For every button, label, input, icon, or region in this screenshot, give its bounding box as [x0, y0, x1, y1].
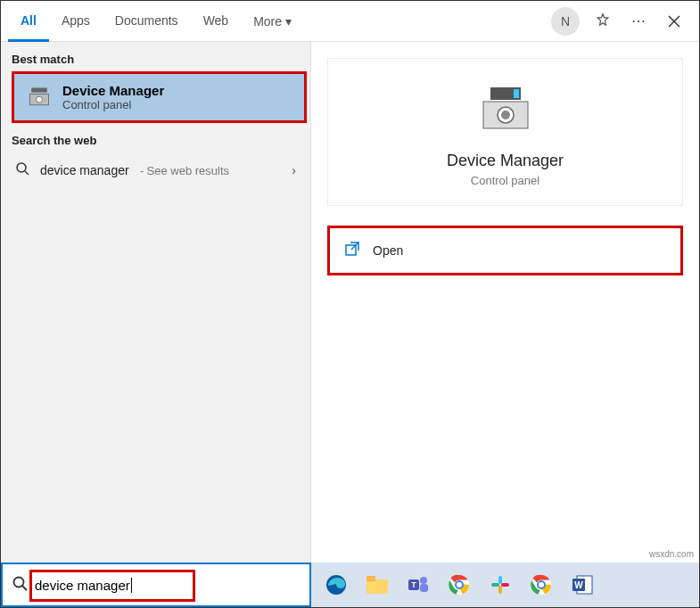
close-icon[interactable]: [656, 4, 692, 39]
tab-more-label: More: [253, 2, 282, 41]
best-match-subtitle: Control panel: [62, 98, 164, 111]
feedback-icon[interactable]: [585, 4, 621, 39]
svg-line-6: [25, 171, 29, 175]
web-result-term: device manager: [40, 163, 129, 177]
chevron-right-icon: ›: [292, 163, 296, 177]
svg-rect-2: [31, 88, 47, 93]
svg-point-13: [14, 578, 24, 587]
device-manager-icon: [27, 85, 52, 110]
web-result-row[interactable]: device manager - See web results ›: [1, 152, 310, 188]
svg-rect-26: [491, 583, 499, 587]
search-icon: [12, 575, 28, 595]
best-match-title: Device Manager: [62, 83, 164, 98]
watermark: wsxdn.com: [649, 549, 694, 559]
taskbar-slack-icon[interactable]: [482, 567, 518, 603]
user-avatar[interactable]: N: [551, 7, 580, 36]
svg-rect-16: [366, 579, 388, 594]
more-options-icon[interactable]: ⋯: [621, 4, 656, 39]
svg-rect-17: [366, 576, 375, 581]
preview-title: Device Manager: [339, 152, 671, 170]
open-label: Open: [373, 243, 403, 258]
taskbar: T W: [311, 563, 699, 607]
best-match-item[interactable]: Device Manager Control panel: [12, 71, 307, 123]
taskbar-word-icon[interactable]: W: [564, 567, 600, 603]
svg-text:W: W: [574, 580, 583, 590]
svg-line-14: [22, 586, 27, 590]
svg-rect-21: [420, 584, 428, 592]
results-panel: Best match Device Manager Control panel …: [1, 42, 311, 564]
chevron-down-icon: ▾: [285, 2, 292, 41]
svg-point-20: [420, 577, 427, 584]
tab-apps[interactable]: Apps: [49, 1, 103, 42]
search-query: device manager: [35, 578, 132, 593]
open-icon: [344, 241, 360, 260]
search-icon: [15, 161, 29, 179]
taskbar-chrome2-icon[interactable]: [523, 567, 559, 603]
svg-point-24: [457, 582, 462, 587]
search-web-label: Search the web: [1, 123, 310, 152]
svg-rect-28: [501, 583, 509, 587]
taskbar-chrome-icon[interactable]: [441, 567, 477, 603]
preview-subtitle: Control panel: [339, 174, 671, 187]
preview-panel: Device Manager Control panel Open: [311, 42, 699, 564]
search-bar[interactable]: device manager: [1, 563, 311, 607]
svg-point-5: [17, 163, 26, 172]
svg-point-31: [539, 582, 544, 587]
tab-more[interactable]: More ▾: [241, 1, 304, 42]
best-match-label: Best match: [1, 42, 310, 71]
taskbar-explorer-icon[interactable]: [359, 567, 395, 603]
device-manager-large-icon: [474, 84, 537, 137]
svg-point-4: [37, 96, 43, 103]
preview-card: Device Manager Control panel: [327, 58, 683, 206]
taskbar-teams-icon[interactable]: T: [400, 567, 436, 603]
svg-rect-27: [498, 586, 502, 594]
svg-text:T: T: [411, 580, 416, 589]
search-tabs: All Apps Documents Web More ▾ N ⋯: [1, 1, 699, 42]
tab-web[interactable]: Web: [191, 1, 242, 42]
svg-rect-8: [514, 89, 519, 98]
open-action[interactable]: Open: [327, 226, 683, 275]
web-result-hint: - See web results: [140, 164, 229, 177]
tab-all[interactable]: All: [8, 1, 49, 42]
svg-rect-25: [498, 576, 502, 584]
best-match-text: Device Manager Control panel: [62, 83, 164, 111]
taskbar-edge-icon[interactable]: [318, 567, 354, 603]
svg-point-11: [501, 111, 510, 119]
tab-documents[interactable]: Documents: [103, 1, 191, 42]
